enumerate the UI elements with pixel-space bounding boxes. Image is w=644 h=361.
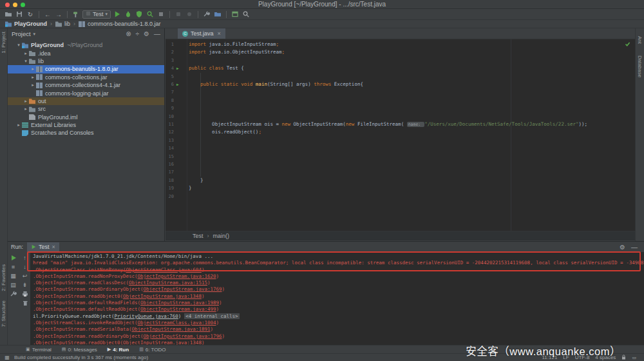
hide-icon[interactable]: — [631, 244, 638, 251]
restore-layout-icon[interactable]: ▦ [10, 272, 17, 279]
forward-icon[interactable]: → [54, 10, 63, 19]
expand-arrow-icon[interactable]: ▸ [23, 106, 29, 112]
expand-arrow-icon[interactable]: ▾ [23, 59, 29, 64]
project-panel-title[interactable]: Project [12, 30, 31, 37]
down-stack-icon[interactable]: ↓ [21, 263, 29, 270]
editor-breadcrumb-item[interactable]: Test [193, 233, 204, 239]
stripe-button-7-structure[interactable]: 7: Structure [1, 300, 6, 327]
tree-item-playground-iml[interactable]: PlayGround.iml [8, 113, 164, 121]
rerun-icon[interactable] [10, 254, 17, 261]
run-line-icon[interactable]: ▶ [176, 81, 179, 88]
breadcrumb-item-lib[interactable]: lib [55, 21, 70, 27]
tree-item-commons-beanutils-1-8-0-jar[interactable]: ▸commons-beanutils-1.8.0.jar [8, 65, 164, 73]
stacktrace-link[interactable]: ObjectInputStream.java:1348 [123, 293, 202, 299]
attach-debugger-icon[interactable] [174, 10, 183, 19]
expand-arrow-icon[interactable]: ▸ [15, 122, 22, 128]
breadcrumb-item-playground[interactable]: PlayGround [5, 21, 47, 27]
tool-window-button-0-messages[interactable]: ▤0: Messages [62, 347, 97, 353]
monitor-icon[interactable]: ▭ [632, 355, 636, 360]
run-config-selector[interactable]: Test▾ [82, 10, 111, 19]
minimize-window-button[interactable] [13, 3, 17, 7]
tree-item-commons-collections-jar[interactable]: ▸commons-collections.jar [8, 73, 164, 81]
restore-windows-icon[interactable] [231, 10, 240, 19]
tree-item-external-libraries[interactable]: ▸External Libraries [8, 121, 164, 129]
stop-icon[interactable]: ■ [10, 263, 17, 270]
tool-window-button-4-run[interactable]: ▶4: Run [108, 347, 129, 353]
synchronize-icon[interactable]: ↻ [26, 10, 35, 19]
clear-all-icon[interactable] [21, 299, 29, 306]
tool-window-toggle-icon[interactable]: ▦ [0, 355, 14, 360]
soft-wrap-icon[interactable]: ↩ [21, 272, 29, 279]
close-tab-icon[interactable]: × [218, 30, 221, 37]
scroll-end-icon[interactable]: ⇟ [21, 281, 29, 288]
pin-tab-icon[interactable]: ▤ [10, 281, 17, 288]
tree-item-idea[interactable]: ▸.idea [8, 49, 164, 57]
stripe-button-ant[interactable]: Ant [637, 36, 643, 44]
tree-item-lib[interactable]: ▾lib [8, 57, 164, 65]
stacktrace-link[interactable]: ObjectStreamClass.java:1004 [138, 320, 216, 326]
up-stack-icon[interactable]: ↑ [21, 254, 29, 261]
stripe-button-1-project[interactable]: 1: Project [1, 32, 6, 54]
search-everywhere-icon[interactable] [242, 10, 251, 19]
tree-item-scratches-and-consoles[interactable]: Scratches and Consoles [8, 129, 164, 137]
editor-breadcrumb-item[interactable]: main() [213, 233, 230, 239]
expand-arrow-icon[interactable]: ▾ [15, 43, 22, 48]
coverage-icon[interactable] [135, 10, 144, 19]
code-editor[interactable]: 1import java.io.FileInputStream;2import … [166, 39, 635, 231]
stacktrace-link[interactable]: ObjectInputStream.java:1891 [132, 326, 211, 332]
stripe-button-2-favorites[interactable]: 2: Favorites [1, 264, 6, 291]
hide-icon[interactable]: — [154, 30, 160, 37]
folded-calls-chip[interactable]: <4 internal calls> [184, 313, 239, 319]
stop-icon[interactable] [156, 10, 166, 19]
tab-test-java[interactable]: C Test.java × [178, 28, 225, 39]
settings-wrench-icon[interactable] [202, 10, 211, 19]
project-structure-icon[interactable] [213, 10, 222, 19]
close-tab-icon[interactable]: × [52, 244, 55, 250]
save-all-icon[interactable] [15, 10, 24, 19]
tree-item-commons-logging-api-jar[interactable]: commons-logging-api.jar [8, 89, 164, 97]
attach-profiler-icon[interactable] [185, 10, 194, 19]
expand-arrow-icon[interactable]: ▸ [30, 75, 36, 80]
debug-icon[interactable] [124, 10, 133, 19]
build-hammer-icon[interactable] [71, 10, 80, 19]
settings-gear-icon[interactable]: ⚙ [620, 244, 625, 251]
tree-item-playground[interactable]: ▾PlayGround~/PlayGround [8, 41, 164, 49]
settings-gear-icon[interactable]: ⚙ [144, 30, 149, 37]
chevron-down-icon[interactable]: ▾ [33, 32, 36, 37]
run-console[interactable]: JavaVirtualMachines/jdk1.7.0_21.jdk/Cont… [30, 252, 644, 345]
stacktrace-link[interactable]: ObjectInputStream.java:1620 [138, 273, 216, 279]
tree-item-commons-collections4-4-1-jar[interactable]: ▸commons-collections4-4.1.jar [8, 81, 164, 89]
stacktrace-link[interactable]: ObjectInputStream.java:1348 [123, 340, 202, 345]
tree-item-src[interactable]: ▸src [8, 105, 164, 113]
breadcrumb-item-commons-beanutils-1-8-0-jar[interactable]: commons-beanutils-1.8.0.jar [79, 21, 161, 27]
open-project-icon[interactable] [4, 10, 13, 19]
stripe-button-database[interactable]: Database [637, 55, 643, 77]
zoom-window-button[interactable] [21, 3, 25, 7]
stacktrace-link[interactable]: ObjectInputStream.java:1769 [144, 286, 222, 292]
close-window-button[interactable] [5, 3, 10, 7]
stacktrace-link[interactable]: PriorityQueue.java:760 [114, 313, 178, 319]
tool-window-button-6-todo[interactable]: ▥6: TODO [139, 347, 166, 353]
lock-icon[interactable] [621, 355, 626, 361]
expand-arrow-icon[interactable]: ▸ [30, 66, 36, 72]
tree-item-out[interactable]: ▸out [8, 97, 164, 105]
expand-arrow-icon[interactable]: ▸ [30, 83, 36, 88]
run-line-icon[interactable]: ▶ [176, 64, 179, 72]
expand-arrow-icon[interactable]: ▸ [23, 99, 29, 104]
stacktrace-link[interactable]: ObjectInputStream.java:1989 [140, 300, 219, 306]
tool-window-button-terminal[interactable]: ▣Terminal [26, 347, 52, 353]
stacktrace-link[interactable]: ObjectInputStream.java:1796 [144, 333, 222, 339]
settings-wrench-icon[interactable] [10, 290, 17, 297]
stacktrace-link[interactable]: ObjectInputStream.java:499 [140, 306, 216, 312]
profile-icon[interactable] [146, 10, 155, 19]
back-icon[interactable]: ← [43, 10, 52, 19]
console-text: ) [207, 280, 211, 286]
run-tab-test[interactable]: Test × [27, 242, 59, 252]
run-icon[interactable] [113, 10, 122, 19]
expand-arrow-icon[interactable]: ▸ [23, 51, 29, 56]
stacktrace-link[interactable]: ObjectStreamClass.java:604 [126, 267, 202, 273]
collapse-all-icon[interactable]: ÷ [136, 30, 140, 37]
locate-icon[interactable]: ⊗ [126, 30, 131, 37]
stacktrace-link[interactable]: ObjectInputStream.java:1515 [129, 280, 207, 286]
print-icon[interactable] [21, 290, 29, 297]
